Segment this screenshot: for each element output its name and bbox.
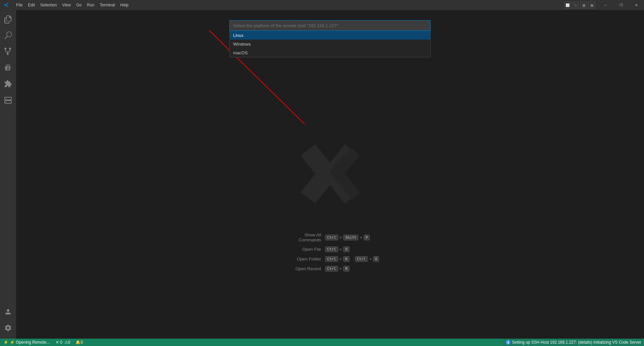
open-folder-label: Open Folder: [281, 256, 321, 262]
kbd-ctrl-4: Ctrl: [355, 256, 368, 262]
activity-bar-bottom: [0, 304, 16, 339]
menu-go[interactable]: Go: [73, 0, 84, 10]
statusbar-remote[interactable]: ⚡ ⚡ Opening Remote...: [0, 339, 53, 346]
statusbar-notification[interactable]: ℹ Setting up SSH Host 192.168.1.227: (de…: [503, 339, 644, 346]
statusbar-errors[interactable]: ✕ 0 ⚠ 0: [53, 339, 73, 346]
statusbar-warnings[interactable]: 🔔 0: [73, 339, 86, 346]
minimize-button[interactable]: ─: [598, 0, 613, 10]
statusbar-left: ⚡ ⚡ Opening Remote... ✕ 0 ⚠ 0 🔔 0: [0, 339, 86, 346]
restore-button[interactable]: ❐: [613, 0, 629, 10]
notification-text: Setting up SSH Host 192.168.1.227: (deta…: [512, 340, 641, 345]
sidebar-item-explorer[interactable]: [0, 11, 16, 27]
remote-icon: ⚡: [3, 340, 8, 345]
dropdown-item-windows[interactable]: Windows: [230, 40, 430, 48]
split-editor-btn[interactable]: ⬛: [572, 2, 579, 8]
panel-btn[interactable]: ▤: [588, 2, 595, 8]
kbd-shift: Shift: [343, 235, 358, 240]
sidebar-item-run-debug[interactable]: [0, 60, 16, 76]
open-file-row: Open File Ctrl + O: [281, 246, 379, 252]
sidebar-item-source-control[interactable]: [0, 44, 16, 60]
dropdown-item-macos[interactable]: macOS: [230, 48, 430, 57]
menu-run[interactable]: Run: [84, 0, 97, 10]
open-file-label: Open File: [281, 247, 321, 252]
error-count: 0: [60, 340, 62, 345]
svg-point-3: [6, 102, 6, 102]
settings-icon[interactable]: [0, 320, 16, 336]
svg-point-2: [6, 98, 6, 99]
kbd-ctrl-2: Ctrl: [325, 246, 338, 252]
kbd-r: R: [343, 266, 350, 272]
menu-bar: File Edit Selection View Go Run Terminal…: [13, 0, 131, 10]
titlebar: File Edit Selection View Go Run Terminal…: [0, 0, 644, 10]
statusbar: ⚡ ⚡ Opening Remote... ✕ 0 ⚠ 0 🔔 0 ℹ Sett…: [0, 339, 644, 346]
error-icon: ✕: [56, 340, 59, 345]
editor-area: Show AllCommands Ctrl + Shift + P Open F…: [16, 10, 644, 339]
menu-edit[interactable]: Edit: [25, 0, 38, 10]
menu-terminal[interactable]: Terminal: [97, 0, 117, 10]
kbd-ctrl: Ctrl: [325, 235, 338, 240]
show-all-commands-label: Show AllCommands: [281, 232, 321, 242]
window-controls: ⬜ ⬛ ▥ ▤ ─ ❐ ✕: [561, 0, 644, 10]
info-icon: 🔔: [75, 340, 80, 345]
app-logo: [0, 0, 13, 10]
warning-count: 0: [68, 340, 70, 345]
command-palette-input[interactable]: [229, 20, 431, 31]
accounts-icon[interactable]: [0, 304, 16, 320]
menu-file[interactable]: File: [13, 0, 25, 10]
kbd-p: P: [364, 235, 370, 240]
dropdown-item-linux[interactable]: Linux: [230, 31, 430, 40]
open-recent-row: Open Recent Ctrl + R: [281, 266, 379, 272]
menu-selection[interactable]: Selection: [38, 0, 59, 10]
kbd-ctrl-5: Ctrl: [325, 266, 338, 272]
kbd-k: K: [343, 256, 350, 262]
menu-help[interactable]: Help: [118, 0, 131, 10]
kbd-o-2: O: [373, 256, 379, 262]
close-button[interactable]: ✕: [629, 0, 644, 10]
kbd-o: O: [343, 246, 350, 252]
editor-layout-btn[interactable]: ⬜: [564, 2, 571, 8]
sidebar-item-extensions[interactable]: [0, 76, 16, 92]
kbd-ctrl-3: Ctrl: [325, 256, 338, 262]
notification-info-icon: ℹ: [506, 340, 511, 345]
command-palette: Linux Windows macOS: [229, 20, 431, 57]
sidebar-item-search[interactable]: [0, 27, 16, 44]
show-all-commands-row: Show AllCommands Ctrl + Shift + P: [281, 232, 379, 242]
main-layout: Show AllCommands Ctrl + Shift + P Open F…: [0, 10, 644, 339]
open-folder-row: Open Folder Ctrl + K Ctrl + O: [281, 256, 379, 262]
activity-bar-btn[interactable]: ▥: [580, 2, 587, 8]
remote-label: ⚡ Opening Remote...: [10, 340, 50, 345]
open-recent-label: Open Recent: [281, 266, 321, 271]
welcome-commands: Show AllCommands Ctrl + Shift + P Open F…: [281, 232, 379, 272]
menu-view[interactable]: View: [59, 0, 73, 10]
activity-bar: [0, 10, 16, 339]
statusbar-right: ℹ Setting up SSH Host 192.168.1.227: (de…: [503, 339, 644, 346]
sidebar-item-remote-explorer[interactable]: [0, 92, 16, 108]
vscode-watermark: [293, 137, 367, 212]
command-palette-dropdown: Linux Windows macOS: [229, 31, 431, 57]
